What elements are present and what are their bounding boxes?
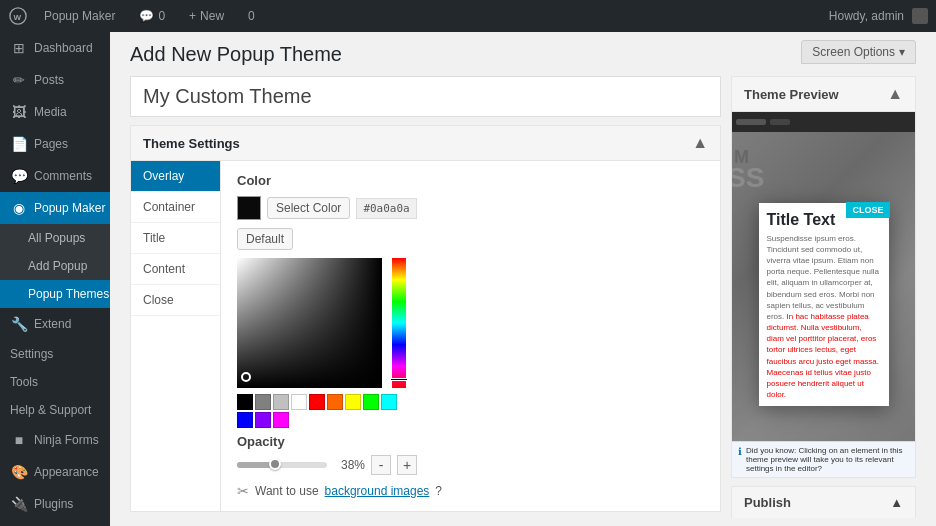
color-label: Color	[237, 173, 704, 188]
sidebar-submenu-popup-maker: All Popups Add Popup Popup Themes	[0, 224, 110, 308]
sidebar-item-tools[interactable]: Tools	[0, 368, 110, 396]
screen-options-button[interactable]: Screen Options ▾	[801, 40, 916, 64]
theme-settings-panel-header[interactable]: Theme Settings ▲	[131, 126, 720, 161]
default-color-button[interactable]: Default	[237, 228, 293, 250]
preview-tooltip: ℹ Did you know: Clicking on an element i…	[732, 441, 915, 477]
admin-bar-notifications[interactable]: 💬 0	[131, 9, 173, 23]
color-row: Select Color #0a0a0a	[237, 196, 704, 220]
main-layout: ⊞ Dashboard ✏ Posts 🖼 Media 📄 Pages 💬 Co…	[0, 32, 936, 526]
swatch-item[interactable]	[345, 394, 361, 410]
sidebar-item-extend[interactable]: 🔧 Extend	[0, 308, 110, 340]
swatch-item[interactable]	[273, 394, 289, 410]
sidebar-item-dashboard[interactable]: ⊞ Dashboard	[0, 32, 110, 64]
color-value-display: #0a0a0a	[356, 198, 416, 219]
ninja-forms-icon: ■	[10, 431, 28, 449]
tab-content[interactable]: Content	[131, 254, 220, 285]
sidebar-item-ninja-forms[interactable]: ■ Ninja Forms	[0, 424, 110, 456]
svg-text:W: W	[14, 13, 22, 22]
sidebar-sub-popup-themes[interactable]: Popup Themes	[0, 280, 110, 308]
sidebar-label-comments: Comments	[34, 169, 92, 183]
opacity-slider-fill	[237, 462, 271, 468]
color-swatch[interactable]	[237, 196, 261, 220]
sidebar-label-media: Media	[34, 105, 67, 119]
theme-settings-panel: Theme Settings ▲ Overlay Container Title…	[130, 125, 721, 512]
admin-bar-new-count[interactable]: 0	[240, 9, 263, 23]
tab-close[interactable]: Close	[131, 285, 220, 316]
screen-options-label: Screen Options	[812, 45, 895, 59]
publish-header: Publish ▲	[732, 487, 915, 518]
comment-icon: 💬	[139, 9, 154, 23]
sidebar-sub-add-popup[interactable]: Add Popup	[0, 252, 110, 280]
sidebar-label-tools: Tools	[10, 375, 38, 389]
opacity-slider-track[interactable]	[237, 462, 327, 468]
preview-popup-red-text: In hac habitasse platea dictumst. Nulla …	[767, 312, 880, 399]
media-icon: 🖼	[10, 103, 28, 121]
swatch-item[interactable]	[381, 394, 397, 410]
swatch-item[interactable]	[255, 394, 271, 410]
opacity-value-display: 38%	[333, 458, 365, 472]
preview-site-bg: M SS CLOSE Title Text Suspendisse ipsum …	[732, 112, 915, 477]
color-picker	[237, 258, 704, 388]
sidebar-item-settings-sub[interactable]: Settings	[0, 340, 110, 368]
sidebar-item-users[interactable]: 👤 Users	[0, 520, 110, 526]
sidebar: ⊞ Dashboard ✏ Posts 🖼 Media 📄 Pages 💬 Co…	[0, 32, 110, 526]
sidebar-item-appearance[interactable]: 🎨 Appearance	[0, 456, 110, 488]
tab-title[interactable]: Title	[131, 223, 220, 254]
sidebar-label-extend: Extend	[34, 317, 71, 331]
swatch-item[interactable]	[255, 412, 271, 428]
sidebar-item-posts[interactable]: ✏ Posts	[0, 64, 110, 96]
swatch-item[interactable]	[237, 394, 253, 410]
color-swatches-row	[237, 394, 402, 428]
opacity-minus-button[interactable]: -	[371, 455, 391, 475]
sidebar-item-comments[interactable]: 💬 Comments	[0, 160, 110, 192]
preview-popup-close-button[interactable]: CLOSE	[846, 202, 889, 218]
publish-title: Publish	[744, 495, 791, 510]
right-col: Theme Preview ▲ M SS	[731, 76, 916, 518]
comments-icon: 💬	[10, 167, 28, 185]
theme-settings-toggle[interactable]: ▲	[692, 134, 708, 152]
admin-bar-new[interactable]: + New	[181, 9, 232, 23]
sidebar-sub-label-all-popups: All Popups	[28, 231, 85, 245]
color-gradient-picker[interactable]	[237, 258, 382, 388]
opacity-slider-thumb	[269, 458, 281, 470]
admin-howdy: Howdy, admin	[829, 9, 904, 23]
background-images-link[interactable]: background images	[325, 484, 430, 498]
sidebar-label-popup-maker: Popup Maker	[34, 201, 105, 215]
preview-popup-body: Suspendisse ipsum eros. Tincidunt sed co…	[759, 233, 889, 401]
opacity-label: Opacity	[237, 434, 704, 449]
preview-popup[interactable]: CLOSE Title Text Suspendisse ipsum eros.…	[759, 203, 889, 407]
tab-overlay[interactable]: Overlay	[131, 161, 220, 192]
sidebar-sub-label-popup-themes: Popup Themes	[28, 287, 109, 301]
sidebar-item-pages[interactable]: 📄 Pages	[0, 128, 110, 160]
sidebar-item-help[interactable]: Help & Support	[0, 396, 110, 424]
publish-toggle[interactable]: ▲	[890, 495, 903, 510]
wordpress-logo[interactable]: W	[8, 6, 28, 26]
tab-container[interactable]: Container	[131, 192, 220, 223]
theme-title-input[interactable]	[130, 76, 721, 117]
screen-options-arrow: ▾	[899, 45, 905, 59]
opacity-row: 38% - +	[237, 455, 704, 475]
opacity-plus-button[interactable]: +	[397, 455, 417, 475]
swatch-item[interactable]	[309, 394, 325, 410]
inner-content: Theme Settings ▲ Overlay Container Title…	[110, 68, 936, 526]
swatch-item[interactable]	[327, 394, 343, 410]
bg-link-prefix: Want to use	[255, 484, 319, 498]
select-color-button[interactable]: Select Color	[267, 197, 350, 219]
hue-cursor	[390, 378, 408, 381]
tooltip-text: Did you know: Clicking on an element in …	[746, 446, 909, 473]
preview-toggle[interactable]: ▲	[887, 85, 903, 103]
sidebar-label-posts: Posts	[34, 73, 64, 87]
swatch-item[interactable]	[273, 412, 289, 428]
sidebar-sub-all-popups[interactable]: All Popups	[0, 224, 110, 252]
swatch-item[interactable]	[237, 412, 253, 428]
swatch-item[interactable]	[291, 394, 307, 410]
swatch-item[interactable]	[363, 394, 379, 410]
admin-bar-site[interactable]: Popup Maker	[36, 9, 123, 23]
color-hue-slider[interactable]	[392, 258, 406, 388]
sidebar-item-popup-maker[interactable]: ◉ Popup Maker	[0, 192, 110, 224]
sidebar-item-media[interactable]: 🖼 Media	[0, 96, 110, 128]
info-icon: ℹ	[738, 446, 742, 457]
admin-bar: W Popup Maker 💬 0 + New 0 Howdy, admin	[0, 0, 936, 32]
sidebar-item-plugins[interactable]: 🔌 Plugins	[0, 488, 110, 520]
sidebar-label-pages: Pages	[34, 137, 68, 151]
